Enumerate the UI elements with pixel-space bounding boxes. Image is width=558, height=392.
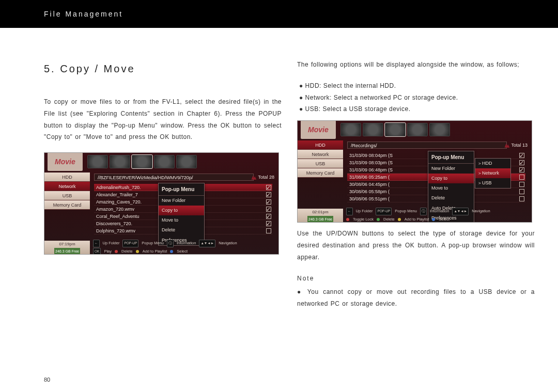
- note-heading: Note: [297, 273, 535, 285]
- category-icon[interactable]: [429, 123, 450, 136]
- top-toolbar: Movie: [44, 153, 278, 170]
- popup-menu: Pop-up Menu New Folder Copy to Move to D…: [158, 183, 205, 245]
- popup-item[interactable]: Copy to: [428, 174, 474, 183]
- checkbox-icon[interactable]: [519, 196, 524, 201]
- key-icon: ←: [346, 208, 353, 215]
- submenu-item[interactable]: Network: [475, 168, 510, 178]
- checkbox-icon[interactable]: [519, 153, 524, 158]
- submenu-item[interactable]: HDD: [475, 159, 510, 168]
- clock: 02:01pm: [312, 208, 328, 216]
- status-left: 07:19pm 240.3 GB Free: [44, 241, 90, 254]
- blue-dot-icon: [170, 250, 173, 253]
- checkbox-icon[interactable]: [266, 221, 271, 226]
- yellow-dot-icon: [398, 218, 401, 221]
- status-right: ←Up Folder POP-UPPopup Menu ⓘInformation…: [343, 209, 532, 222]
- bullet-hdd: ● HDD: Select the internal HDD.: [297, 80, 535, 92]
- sidebar-item-network[interactable]: Network: [298, 150, 343, 159]
- category-icon[interactable]: [385, 123, 406, 136]
- key-icon: ▲▼◄►: [452, 208, 469, 215]
- popup-item[interactable]: Move to: [159, 215, 204, 225]
- sidebar: HDD Network USB Memory Card: [298, 139, 343, 178]
- top-toolbar: Movie: [298, 121, 532, 138]
- popup-title: Pop-up Menu: [159, 183, 204, 196]
- total-count: Total 28: [239, 174, 276, 181]
- sidebar-item-memcard[interactable]: Memory Card: [44, 200, 90, 210]
- sidebar: HDD Network USB Memory Card: [44, 171, 90, 210]
- sidebar-item-hdd[interactable]: HDD: [298, 140, 343, 150]
- sidebar-item-hdd[interactable]: HDD: [44, 173, 90, 182]
- checkbox-icon[interactable]: [266, 199, 271, 205]
- popup-item[interactable]: Copy to: [159, 206, 204, 215]
- key-icon: POP-UP: [376, 208, 392, 215]
- sidebar-item-network[interactable]: Network: [44, 182, 90, 191]
- category-icon[interactable]: [176, 155, 197, 168]
- checkbox-icon[interactable]: [519, 175, 524, 180]
- category-icon[interactable]: [87, 155, 108, 168]
- free-space: 240.3 GB Free: [307, 216, 333, 223]
- status-bar: 02:01pm 240.3 GB Free ←Up Folder POP-UPP…: [298, 209, 532, 222]
- path-bar: //BZFILESERVER/WizMedia/HD/WMV9/720p/: [94, 174, 254, 181]
- green-dot-icon: [377, 218, 380, 221]
- checkbox-icon[interactable]: [266, 214, 271, 219]
- destination-paragraph: Use the UP/DOWN buttons to select the ty…: [297, 228, 535, 263]
- page-header: File Management: [0, 0, 558, 28]
- popup-item[interactable]: New Folder: [159, 196, 204, 206]
- clock: 07:19pm: [59, 240, 75, 248]
- screenshot-right: Movie HDD Network USB Memory Card /Recor…: [297, 120, 532, 223]
- status-bar: 07:19pm 240.3 GB Free ←Up Folder POP-UPP…: [44, 241, 278, 254]
- category-icon[interactable]: [363, 123, 383, 136]
- sidebar-item-usb[interactable]: USB: [44, 191, 90, 200]
- key-icon: ←: [93, 240, 100, 247]
- key-icon: ▲▼◄►: [199, 240, 215, 247]
- key-icon: ⓘ: [420, 208, 427, 215]
- content-area: 5. Copy / Move To copy or move files to …: [44, 28, 542, 392]
- category-icon[interactable]: [340, 123, 361, 136]
- total-count: Total 13: [492, 142, 530, 149]
- submenu: HDD Network USB: [475, 158, 511, 189]
- bullet-usb: ● USB: Select a USB storage device.: [297, 103, 535, 115]
- checkbox-icon[interactable]: [519, 160, 524, 165]
- checkbox-icon[interactable]: [519, 167, 524, 173]
- category-icon[interactable]: [407, 123, 428, 136]
- popup-item[interactable]: Delete: [428, 193, 474, 203]
- checkbox-icon[interactable]: [266, 207, 271, 212]
- status-left: 02:01pm 240.3 GB Free: [298, 209, 343, 222]
- section-number: 5.: [44, 63, 56, 74]
- popup-title: Pop-up Menu: [428, 151, 474, 164]
- key-icon: OK: [93, 248, 101, 255]
- key-icon: POP-UP: [122, 240, 138, 247]
- bullet-network: ● Network: Select a networked PC or stor…: [297, 92, 535, 104]
- left-column: 5. Copy / Move To copy or move files to …: [44, 59, 282, 392]
- screenshot-left: Movie HDD Network USB Memory Card //BZFI…: [44, 152, 279, 255]
- mode-label: Movie: [301, 120, 336, 139]
- options-intro: The following options will be displayed …: [297, 59, 535, 71]
- right-column: The following options will be displayed …: [297, 59, 535, 392]
- checkbox-icon[interactable]: [519, 189, 524, 194]
- popup-item[interactable]: Delete: [159, 225, 204, 235]
- submenu-item[interactable]: USB: [475, 178, 510, 188]
- category-icon[interactable]: [110, 155, 130, 168]
- sidebar-item-usb[interactable]: USB: [298, 159, 343, 168]
- category-icon[interactable]: [132, 155, 152, 168]
- page-number: 80: [44, 377, 50, 383]
- popup-item[interactable]: New Folder: [428, 164, 474, 174]
- yellow-dot-icon: [136, 250, 139, 253]
- sidebar-item-memcard[interactable]: Memory Card: [298, 168, 343, 178]
- mode-label: Movie: [48, 152, 83, 171]
- checkbox-icon[interactable]: [266, 192, 271, 197]
- category-icon[interactable]: [154, 155, 175, 168]
- free-space: 240.3 GB Free: [54, 248, 80, 255]
- key-icon: ⓘ: [167, 240, 174, 247]
- section-title-text: Copy / Move: [60, 63, 135, 74]
- checkbox-icon[interactable]: [266, 185, 271, 190]
- popup-item[interactable]: Move to: [428, 183, 474, 193]
- checkbox-icon[interactable]: [519, 182, 524, 187]
- path-bar: /Recordings/: [347, 142, 507, 149]
- section-heading: 5. Copy / Move: [44, 59, 282, 79]
- status-right: ←Up Folder POP-UPPopup Menu ⓘInformation…: [90, 241, 278, 254]
- red-dot-icon: [346, 218, 349, 221]
- checkbox-icon[interactable]: [266, 228, 271, 233]
- intro-paragraph: To copy or move files to or from the FV-…: [44, 96, 282, 143]
- header-title: File Management: [44, 10, 123, 18]
- red-dot-icon: [115, 250, 118, 253]
